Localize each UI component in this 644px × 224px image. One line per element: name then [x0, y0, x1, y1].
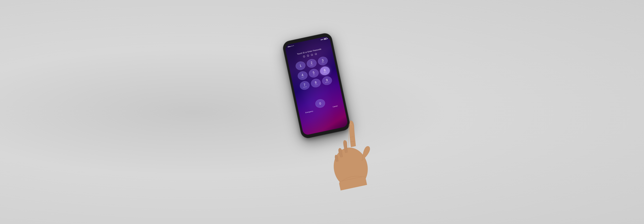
key-6-letters: MNO — [324, 72, 327, 73]
key-8-letters: TUV — [314, 84, 318, 86]
passcode-dots — [303, 53, 317, 58]
dot-4 — [315, 53, 317, 55]
key-1[interactable]: 1 — [295, 60, 306, 71]
key-7-letters: PQRS — [303, 86, 307, 88]
dot-3 — [311, 54, 313, 56]
key-9-letters: WXYZ — [325, 81, 330, 83]
key-3[interactable]: 3 DEF — [317, 56, 328, 66]
key-3-letters: DEF — [322, 62, 325, 64]
dot-2 — [307, 55, 309, 57]
passcode-title: Touch ID or Enter Passcode — [297, 48, 322, 55]
dot-1 — [303, 56, 305, 58]
key-5[interactable]: 5 JKL — [308, 68, 320, 78]
lock-screen-content: Touch ID or Enter Passcode 1 2 ABC — [285, 39, 344, 115]
key-1-number: 1 — [300, 64, 302, 67]
battery-percent-text: 58% — [320, 39, 323, 40]
key-7[interactable]: 7 PQRS — [299, 80, 310, 90]
numpad-grid: 1 2 ABC 3 DEF 4 GHI 5 — [295, 56, 335, 100]
key-4-letters: GHI — [302, 76, 304, 78]
key-5-letters: JKL — [313, 74, 316, 76]
key-9[interactable]: 9 WXYZ — [321, 75, 333, 86]
key-6[interactable]: 6 MNO — [319, 66, 331, 76]
battery-fill — [324, 38, 326, 39]
key-2[interactable]: 2 ABC — [306, 58, 317, 69]
key-2-letters: ABC — [310, 64, 314, 66]
key-0-number: 0 — [319, 102, 322, 105]
key-4[interactable]: 4 GHI — [297, 70, 308, 81]
wifi-icon: ≈ — [293, 45, 294, 47]
signal-icon: ▪▪▪ — [291, 45, 293, 47]
key-8[interactable]: 8 TUV — [310, 78, 322, 88]
